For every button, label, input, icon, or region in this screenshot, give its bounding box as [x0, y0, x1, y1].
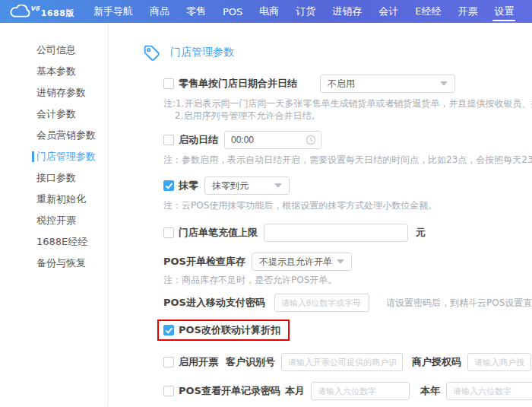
merge-daily-label: 零售单按门店日期合并日结 — [179, 77, 297, 91]
nav-item-inventory[interactable]: 进销存 — [324, 0, 370, 23]
invoice-checkbox[interactable] — [163, 357, 174, 367]
recharge-limit-label: 门店单笔充值上限 — [179, 226, 258, 240]
record-password-month-input[interactable] — [311, 382, 410, 400]
round-off-label: 抹零 — [179, 179, 198, 192]
top-navigation-bar: V6 1688版 新手导航 商品 零售 POS 电商 订货 进销存 会计 E经经… — [0, 0, 532, 23]
stock-check-label: POS开单检查库存 — [163, 255, 245, 269]
row-record-password: POS查看开单记录密码 本月 本年 — [163, 382, 532, 400]
row-pay-password: POS进入移动支付密码 请设置密码后，到精斗云POS设置直连支付、银行卡密钥 — [163, 294, 532, 312]
stock-check-select[interactable]: 不提示且允许开单 — [252, 253, 352, 271]
recharge-limit-checkbox[interactable] — [163, 227, 174, 238]
chevron-down-icon — [337, 259, 344, 264]
page-title-text: 门店管理参数 — [170, 46, 234, 59]
sidebar-item-backup-restore[interactable]: 备份与恢复 — [0, 253, 108, 274]
nav-item-retail[interactable]: 零售 — [178, 0, 214, 23]
invoice-auth-input[interactable] — [467, 353, 531, 371]
pay-password-label: POS进入移动支付密码 — [163, 296, 265, 310]
logo-edition: 1688版 — [41, 8, 74, 19]
recharge-limit-input[interactable] — [264, 224, 408, 242]
pay-password-hint: 请设置密码后，到精斗云POS设置直连支付、银行卡密钥 — [386, 297, 532, 310]
price-discount-label: POS改价联动计算折扣 — [179, 323, 280, 337]
row-recharge-limit: 门店单笔充值上限 元 — [163, 224, 532, 242]
record-password-checkbox[interactable] — [163, 386, 174, 396]
stock-check-select-value: 不提示且允许开单 — [259, 256, 332, 269]
invoice-auth-label: 商户授权码 — [412, 355, 461, 369]
invoice-id-label: 客户识别号 — [226, 355, 275, 369]
auto-daily-checkbox[interactable] — [163, 135, 174, 145]
recharge-limit-unit: 元 — [416, 226, 426, 240]
sidebar-item-interface-params[interactable]: 接口参数 — [0, 167, 108, 189]
nav-item-pos[interactable]: POS — [214, 0, 251, 23]
record-password-year-input[interactable] — [446, 382, 532, 400]
sidebar-item-1688-ejj[interactable]: 1688E经经 — [0, 231, 108, 253]
row-round-off: 抹零 抹零到元 — [163, 176, 532, 195]
clock-icon — [306, 135, 316, 145]
nav-item-accounting[interactable]: 会计 — [370, 0, 407, 23]
sidebar-item-accounting-params[interactable]: 会计参数 — [0, 103, 108, 125]
nav-item-goods[interactable]: 商品 — [141, 0, 178, 23]
row-auto-daily: 启动日结 — [163, 131, 532, 149]
record-password-month-label: 本月 — [285, 384, 305, 398]
row-merge-daily: 零售单按门店日期合并日结 不启用 — [163, 75, 532, 93]
sidebar-item-tax-invoicing[interactable]: 税控开票 — [0, 210, 108, 231]
price-discount-checkbox[interactable] — [163, 325, 174, 335]
pay-password-input[interactable] — [274, 294, 369, 312]
sidebar-item-member-marketing[interactable]: 会员营销参数 — [0, 125, 108, 146]
merge-daily-select-value: 不启用 — [328, 78, 355, 91]
invoice-id-input[interactable] — [281, 353, 403, 371]
logo-version: V6 — [30, 5, 40, 12]
round-off-select[interactable]: 抹零到元 — [204, 176, 290, 195]
merge-daily-note: 注:1.开启表示同一门店同一天多张零售单生成销货单或者销货退货单，并且提供按收银… — [163, 97, 532, 122]
nav-item-settings[interactable]: 设置 — [486, 0, 522, 23]
chevron-down-icon — [440, 81, 448, 86]
nav-item-ecom[interactable]: 电商 — [251, 0, 287, 23]
merge-daily-checkbox[interactable] — [163, 78, 174, 89]
settings-sidebar: 公司信息 基本参数 进销存参数 会计参数 会员营销参数 门店管理参数 接口参数 … — [0, 23, 109, 407]
round-off-select-value: 抹零到元 — [212, 180, 249, 192]
row-price-discount: POS改价联动计算折扣 — [163, 320, 532, 341]
nav-item-invoicing[interactable]: 开票 — [449, 0, 486, 23]
round-off-note: 注：云POS使用抹零功能后，根据设置的抹零方式处理小数位金额。 — [163, 199, 532, 211]
merge-daily-select[interactable]: 不启用 — [320, 75, 455, 93]
row-invoice: 启用开票 客户识别号 商户授权码 — [163, 353, 532, 371]
sidebar-item-company-info[interactable]: 公司信息 — [0, 40, 108, 61]
auto-daily-note: 注：参数启用，表示自动日结开启，需要设置每天日结的时间点，比如23点，会按照每天… — [163, 154, 532, 166]
sidebar-item-store-management[interactable]: 门店管理参数 — [0, 146, 108, 167]
sidebar-item-basic-params[interactable]: 基本参数 — [0, 61, 108, 82]
nav-item-guide[interactable]: 新手导航 — [85, 0, 141, 23]
record-password-label: POS查看开单记录密码 — [179, 384, 280, 398]
page-title: 门店管理参数 — [142, 43, 532, 62]
app-logo[interactable]: V6 1688版 — [8, 5, 74, 19]
invoice-label: 启用开票 — [179, 355, 218, 369]
sidebar-item-reinitialize[interactable]: 重新初始化 — [0, 189, 108, 210]
nav-item-order[interactable]: 订货 — [287, 0, 324, 23]
cloud-icon — [8, 5, 33, 19]
auto-daily-label: 启动日结 — [179, 133, 218, 147]
highlight-red-box: POS改价联动计算折扣 — [157, 320, 290, 341]
row-stock-check: POS开单检查库存 不提示且允许开单 — [163, 253, 532, 271]
main-nav: 新手导航 商品 零售 POS 电商 订货 进销存 会计 E经经 开票 设置 — [85, 0, 523, 23]
record-password-year-label: 本年 — [420, 384, 440, 398]
stock-check-note: 注：商品库存不足时，是否允许POS开单。 — [163, 274, 532, 286]
sidebar-item-inventory-params[interactable]: 进销存参数 — [0, 82, 108, 103]
nav-item-ejj[interactable]: E经经 — [407, 0, 449, 23]
tag-icon — [142, 43, 161, 62]
settings-content: 门店管理参数 零售单按门店日期合并日结 不启用 注:1.开启表示同一门店同一天多… — [109, 23, 532, 407]
round-off-checkbox[interactable] — [163, 180, 174, 191]
chevron-down-icon — [274, 183, 282, 188]
